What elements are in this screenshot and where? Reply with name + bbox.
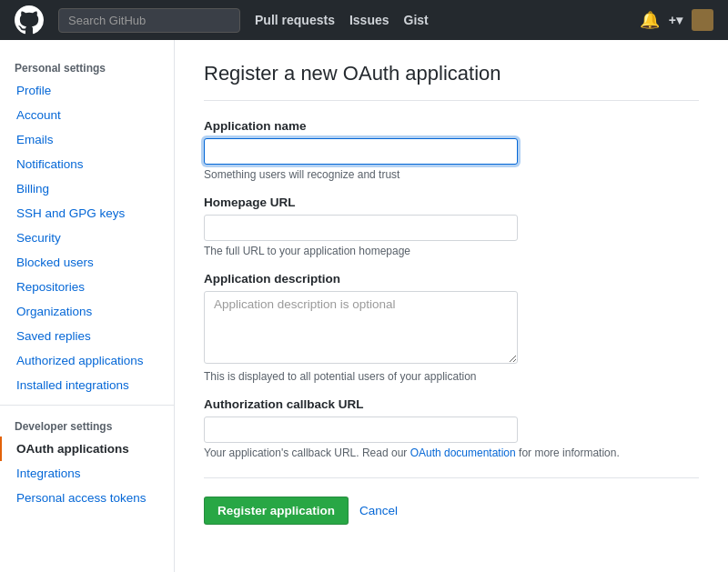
homepage-url-help: The full URL to your application homepag… xyxy=(204,245,699,257)
sidebar-item-ssh-gpg[interactable]: SSH and GPG keys xyxy=(0,201,174,226)
sidebar-item-notifications[interactable]: Notifications xyxy=(0,152,174,176)
sidebar-item-oauth-apps[interactable]: OAuth applications xyxy=(0,437,174,461)
topnav: Pull requests Issues Gist 🔔 +▾ xyxy=(0,0,728,40)
sidebar-divider xyxy=(0,405,174,406)
notifications-icon[interactable]: 🔔 xyxy=(640,10,660,30)
app-name-help: Something users will recognize and trust xyxy=(204,168,699,181)
sidebar: Personal settings Profile Account Emails… xyxy=(0,40,175,572)
app-description-input[interactable] xyxy=(204,291,518,364)
github-logo-icon[interactable] xyxy=(15,5,44,35)
sidebar-item-emails[interactable]: Emails xyxy=(0,127,174,152)
sidebar-item-personal-access-tokens[interactable]: Personal access tokens xyxy=(0,486,174,510)
sidebar-item-authorized-apps[interactable]: Authorized applications xyxy=(0,348,174,373)
callback-url-label: Authorization callback URL xyxy=(204,397,699,411)
callback-url-help-prefix: Your application's callback URL. Read ou… xyxy=(204,447,410,459)
sidebar-item-security[interactable]: Security xyxy=(0,226,174,250)
app-description-group: Application description This is displaye… xyxy=(204,272,699,383)
personal-settings-section-title: Personal settings xyxy=(0,55,174,78)
register-application-button[interactable]: Register application xyxy=(204,497,349,525)
issues-link[interactable]: Issues xyxy=(349,13,389,27)
register-oauth-form: Application name Something users will re… xyxy=(204,119,699,525)
oauth-documentation-link[interactable]: OAuth documentation xyxy=(410,447,516,459)
app-name-input[interactable] xyxy=(204,138,518,165)
developer-settings-section-title: Developer settings xyxy=(0,413,174,437)
topnav-links: Pull requests Issues Gist xyxy=(255,13,429,27)
layout: Personal settings Profile Account Emails… xyxy=(0,40,728,572)
homepage-url-label: Homepage URL xyxy=(204,196,699,209)
callback-url-group: Authorization callback URL Your applicat… xyxy=(204,397,699,459)
add-icon[interactable]: +▾ xyxy=(669,13,682,27)
homepage-url-input[interactable] xyxy=(204,215,518,241)
gist-link[interactable]: Gist xyxy=(404,13,429,27)
avatar[interactable] xyxy=(692,9,713,31)
app-name-group: Application name Something users will re… xyxy=(204,119,699,181)
sidebar-item-account[interactable]: Account xyxy=(0,103,174,127)
pull-requests-link[interactable]: Pull requests xyxy=(255,13,335,27)
search-input[interactable] xyxy=(58,8,240,33)
callback-url-input[interactable] xyxy=(204,416,518,443)
app-name-label: Application name xyxy=(204,119,699,133)
cancel-button[interactable]: Cancel xyxy=(359,497,398,524)
topnav-right: 🔔 +▾ xyxy=(640,9,713,31)
callback-url-help-suffix: for more information. xyxy=(516,447,620,459)
sidebar-item-blocked-users[interactable]: Blocked users xyxy=(0,250,174,275)
sidebar-item-saved-replies[interactable]: Saved replies xyxy=(0,324,174,348)
sidebar-item-repositories[interactable]: Repositories xyxy=(0,275,174,299)
app-description-label: Application description xyxy=(204,272,699,286)
homepage-url-group: Homepage URL The full URL to your applic… xyxy=(204,196,699,257)
main-content: Register a new OAuth application Applica… xyxy=(175,40,728,572)
app-description-help: This is displayed to all potential users… xyxy=(204,370,699,383)
callback-url-help: Your application's callback URL. Read ou… xyxy=(204,447,699,459)
sidebar-item-installed-integrations[interactable]: Installed integrations xyxy=(0,373,174,397)
sidebar-item-profile[interactable]: Profile xyxy=(0,78,174,103)
form-actions: Register application Cancel xyxy=(204,477,699,525)
sidebar-item-integrations[interactable]: Integrations xyxy=(0,461,174,486)
sidebar-item-billing[interactable]: Billing xyxy=(0,176,174,201)
sidebar-item-organizations[interactable]: Organizations xyxy=(0,299,174,324)
page-title: Register a new OAuth application xyxy=(204,62,699,101)
